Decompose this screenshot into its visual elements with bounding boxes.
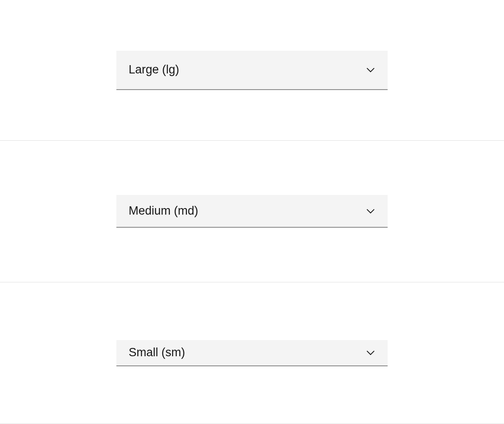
dropdown-large-label: Large (lg): [129, 63, 179, 76]
chevron-down-icon: [366, 65, 375, 75]
dropdown-medium[interactable]: Medium (md): [116, 195, 388, 228]
section-small: Small (sm): [0, 282, 504, 424]
dropdown-large[interactable]: Large (lg): [116, 51, 388, 90]
section-medium: Medium (md): [0, 141, 504, 282]
dropdown-small[interactable]: Small (sm): [116, 340, 388, 366]
section-large: Large (lg): [0, 0, 504, 141]
dropdown-medium-label: Medium (md): [129, 204, 198, 218]
chevron-down-icon: [366, 348, 375, 358]
dropdown-small-label: Small (sm): [129, 346, 185, 359]
chevron-down-icon: [366, 206, 375, 216]
